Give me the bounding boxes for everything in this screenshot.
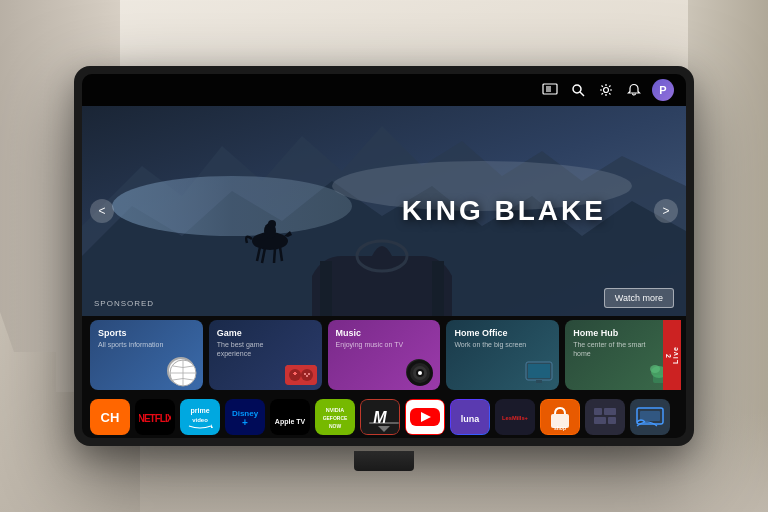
bottom-indicator [369,422,399,432]
sponsored-label: SPONSORED [94,299,154,308]
tv-screen: P [82,74,686,438]
indicator-line [369,422,399,424]
svg-point-6 [112,176,352,236]
svg-line-3 [580,92,584,96]
svg-rect-33 [528,364,550,378]
svg-rect-70 [608,417,616,424]
category-music-sublabel: Enjoying music on TV [336,340,404,349]
hero-section: KING BLAKE < > SPONSORED Watch more [82,106,686,316]
hero-title: KING BLAKE [402,195,606,227]
app-luna[interactable]: luna [450,399,490,435]
svg-text:Apple TV: Apple TV [275,418,306,426]
settings-icon[interactable] [596,80,616,100]
category-home-office[interactable]: Home Office Work on the big screen [446,320,559,390]
category-home-hub-sublabel: The center of the smart home [573,340,646,358]
input-icon[interactable] [540,80,560,100]
svg-point-4 [604,88,609,93]
category-game[interactable]: Game The best game experience [209,320,322,390]
watch-more-button[interactable]: Watch more [604,288,674,308]
svg-rect-48 [271,400,309,434]
svg-point-25 [306,375,308,377]
category-music-label: Music [336,328,362,338]
category-sports[interactable]: Sports All sports information [90,320,203,390]
app-geforce-now[interactable]: NVIDIA GEFORCE NOW [315,399,355,435]
svg-point-37 [650,365,660,373]
svg-text:CH: CH [101,410,120,425]
svg-rect-10 [432,261,444,316]
svg-text:NOW: NOW [329,423,342,429]
svg-point-2 [573,85,581,93]
app-ch[interactable]: CH [90,399,130,435]
svg-rect-73 [640,411,660,421]
svg-rect-9 [320,261,332,316]
game-controller-icon [285,365,317,385]
sports-ball-icon [167,357,195,385]
svg-text:video: video [192,417,208,423]
app-youtube[interactable] [405,399,445,435]
category-home-office-label: Home Office [454,328,507,338]
app-prime-video[interactable]: prime video [180,399,220,435]
svg-text:LesMills+: LesMills+ [502,415,529,421]
svg-point-26 [308,373,310,375]
app-apple-tv[interactable]: Apple TV [270,399,310,435]
svg-rect-69 [594,417,606,424]
profile-avatar[interactable]: P [652,79,674,101]
app-lesmills[interactable]: LesMills+ [495,399,535,435]
svg-text:NVIDIA: NVIDIA [326,407,345,413]
svg-rect-23 [294,372,296,375]
category-home-hub-label: Home Hub [573,328,618,338]
live-badge: Live 2 [663,320,681,390]
app-apps[interactable] [585,399,625,435]
svg-text:shop: shop [554,425,566,431]
tv-frame: P [74,66,694,446]
category-home-hub[interactable]: Home Hub The center of the smart home [565,320,678,390]
svg-text:+: + [242,417,248,428]
svg-point-17 [268,220,276,228]
monitor-icon [524,360,554,385]
svg-text:GEFORCE: GEFORCE [323,415,348,421]
hero-nav-left-button[interactable]: < [90,199,114,223]
category-music[interactable]: Music Enjoying music on TV [328,320,441,390]
notifications-icon[interactable] [624,80,644,100]
svg-text:NETFLIX: NETFLIX [139,413,171,424]
svg-text:prime: prime [190,407,209,415]
music-disc-icon [406,359,432,385]
hero-nav-right-button[interactable]: > [654,199,678,223]
app-disney-plus[interactable]: Disney + [225,399,265,435]
svg-point-24 [304,373,306,375]
app-netflix[interactable]: NETFLIX [135,399,175,435]
category-home-office-sublabel: Work on the big screen [454,340,526,349]
svg-point-31 [418,371,422,375]
app-shop[interactable]: shop [540,399,580,435]
categories-row: Sports All sports information Game The b… [90,320,678,390]
search-icon[interactable] [568,80,588,100]
svg-rect-67 [594,408,602,415]
svg-line-14 [274,248,275,263]
category-game-sublabel: The best game experience [217,340,290,358]
app-screen-cast[interactable] [630,399,670,435]
tv-stand [354,451,414,471]
category-sports-label: Sports [98,328,127,338]
scroll-down-icon [378,426,390,432]
svg-rect-68 [604,408,616,415]
category-sports-sublabel: All sports information [98,340,163,349]
category-game-label: Game [217,328,242,338]
top-bar: P [82,74,686,106]
svg-rect-1 [546,86,551,92]
svg-text:luna: luna [461,414,480,424]
svg-rect-34 [536,380,542,383]
